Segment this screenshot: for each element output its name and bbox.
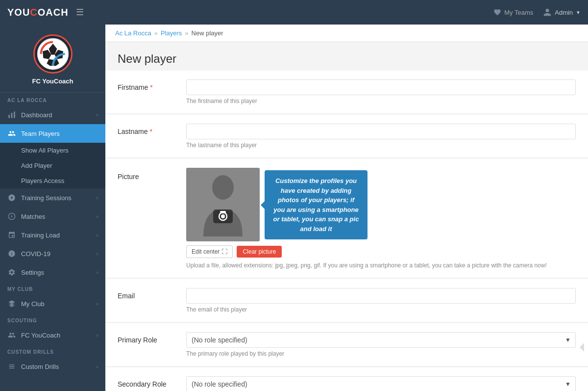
sidebar-subitem-players-access[interactable]: Players Access	[0, 173, 105, 188]
section-label-my-club: MY CLUB	[0, 282, 105, 294]
breadcrumb-sep-2: »	[185, 29, 188, 37]
svg-point-13	[221, 214, 225, 218]
primary-role-field: (No role specified) Goalkeeper Defender …	[186, 332, 576, 357]
breadcrumb: Ac La Rocca » Players » New player	[105, 25, 588, 42]
firstname-label: Firstname *	[118, 79, 186, 91]
training-load-label: Training Load	[21, 232, 60, 239]
firstname-field: The firstname of this player	[186, 79, 576, 104]
svg-rect-6	[8, 115, 10, 118]
breadcrumb-players[interactable]: Players	[161, 29, 182, 37]
sidebar-subitem-show-all[interactable]: Show All Players	[0, 143, 105, 158]
lastname-row: Lastname * The lastname of this player	[105, 115, 588, 158]
my-club-chevron: ›	[97, 301, 98, 307]
email-field: The email of this player	[186, 288, 576, 313]
load-chevron: ›	[97, 233, 98, 238]
content-area: Ac La Rocca » Players » New player New p…	[105, 25, 588, 391]
secondary-role-select[interactable]: (No role specified) Goalkeeper Defender …	[186, 376, 576, 391]
clear-picture-button[interactable]: Clear picture	[237, 246, 282, 258]
sidebar-subitem-add-player[interactable]: Add Player	[0, 158, 105, 173]
email-input[interactable]	[186, 288, 576, 304]
team-players-chevron: ›	[95, 132, 100, 134]
section-label-custom-drills: CUSTOM DRILLS	[0, 344, 105, 357]
primary-role-select[interactable]: (No role specified) Goalkeeper Defender …	[186, 332, 576, 348]
player-avatar	[186, 168, 260, 241]
admin-button[interactable]: Admin ▼	[543, 8, 581, 17]
sidebar-item-training-sessions[interactable]: Training Sessions ›	[0, 188, 105, 207]
sidebar-item-training-load[interactable]: Training Load ›	[0, 226, 105, 244]
expand-icon: ⛶	[221, 248, 227, 255]
sidebar: FC YouCoach AC LA ROCCA Dashboard › Team…	[0, 25, 105, 391]
my-teams-button[interactable]: My Teams	[493, 8, 533, 16]
sidebar-item-fc-youcoach[interactable]: FC YouCoach ›	[0, 326, 105, 344]
secondary-role-field: (No role specified) Goalkeeper Defender …	[186, 376, 576, 391]
svg-point-10	[212, 175, 234, 200]
club-icon	[7, 299, 16, 308]
custom-drills-label: Custom Drills	[21, 363, 59, 370]
navbar: YOUCOACH ☰ My Teams Admin ▼	[0, 0, 588, 25]
picture-field: Customize the profiles you have created …	[186, 168, 576, 269]
upload-hint: Upload a file, allowed extensions: jpg, …	[186, 262, 576, 269]
email-label: Email	[118, 288, 186, 300]
sidebar-item-my-club[interactable]: My Club ›	[0, 294, 105, 313]
training-icon	[7, 193, 16, 202]
drills-icon	[7, 362, 16, 371]
lastname-field: The lastname of this player	[186, 124, 576, 149]
sidebar-item-custom-drills[interactable]: Custom Drills ›	[0, 357, 105, 376]
breadcrumb-sep-1: »	[154, 29, 158, 37]
lastname-input[interactable]	[186, 124, 576, 139]
heart-icon	[493, 8, 501, 16]
breadcrumb-ac-la-rocca[interactable]: Ac La Rocca	[115, 29, 151, 37]
picture-row: Picture	[105, 159, 588, 278]
drills-chevron: ›	[97, 364, 98, 369]
sidebar-item-settings[interactable]: Settings ›	[0, 263, 105, 282]
covid-icon	[7, 249, 16, 258]
dashboard-label: Dashboard	[21, 111, 52, 119]
main-layout: FC YouCoach AC LA ROCCA Dashboard › Team…	[0, 25, 588, 391]
secondary-role-select-wrapper: (No role specified) Goalkeeper Defender …	[186, 376, 576, 391]
scout-chevron: ›	[97, 333, 98, 338]
page-header: New player	[105, 42, 588, 71]
primary-role-row: Primary Role (No role specified) Goalkee…	[105, 323, 588, 366]
firstname-input[interactable]	[186, 79, 576, 95]
navbar-left: YOUCOACH ☰	[7, 7, 84, 18]
page-title: New player	[118, 52, 576, 66]
settings-icon	[7, 268, 16, 277]
primary-role-hint: The primary role played by this player	[186, 350, 576, 357]
load-icon	[7, 231, 16, 239]
hamburger-icon[interactable]: ☰	[76, 7, 84, 18]
matches-label: Matches	[21, 213, 45, 220]
team-players-submenu: Show All Players Add Player Players Acce…	[0, 143, 105, 188]
lastname-label: Lastname *	[118, 124, 186, 135]
scout-icon	[7, 331, 16, 339]
edit-center-button[interactable]: Edit center ⛶	[186, 245, 233, 258]
firstname-required: *	[150, 83, 152, 91]
club-logo-area: FC YouCoach	[0, 25, 105, 93]
settings-chevron: ›	[97, 270, 98, 275]
email-hint: The email of this player	[186, 306, 576, 313]
secondary-role-row: Secondary Role (No role specified) Goalk…	[105, 367, 588, 391]
club-name-label: FC YouCoach	[32, 78, 73, 85]
sidebar-item-covid19[interactable]: COVID-19 ›	[0, 244, 105, 263]
picture-tooltip: Customize the profiles you have created …	[265, 170, 368, 239]
settings-label: Settings	[21, 269, 44, 276]
primary-role-select-wrapper: (No role specified) Goalkeeper Defender …	[186, 332, 576, 348]
training-sessions-label: Training Sessions	[21, 194, 72, 202]
sidebar-item-dashboard[interactable]: Dashboard ›	[0, 105, 105, 124]
svg-rect-8	[14, 111, 15, 118]
picture-controls: Edit center ⛶ Clear picture	[186, 245, 576, 258]
lastname-required: *	[149, 128, 152, 135]
person-silhouette	[198, 173, 247, 236]
svg-rect-14	[220, 211, 226, 213]
edit-center-label: Edit center	[192, 248, 220, 255]
new-player-form: Firstname * The firstname of this player…	[105, 71, 588, 391]
firstname-hint: The firstname of this player	[186, 98, 576, 104]
team-players-label: Team Players	[21, 130, 60, 137]
club-logo	[33, 34, 73, 74]
covid-label: COVID-19	[21, 250, 50, 258]
covid-chevron: ›	[97, 251, 98, 257]
primary-role-label: Primary Role	[118, 332, 186, 344]
email-row: Email The email of this player	[105, 279, 588, 322]
chart-icon	[7, 110, 16, 119]
sidebar-item-matches[interactable]: Matches ›	[0, 207, 105, 226]
sidebar-item-team-players[interactable]: Team Players ›	[0, 124, 105, 143]
